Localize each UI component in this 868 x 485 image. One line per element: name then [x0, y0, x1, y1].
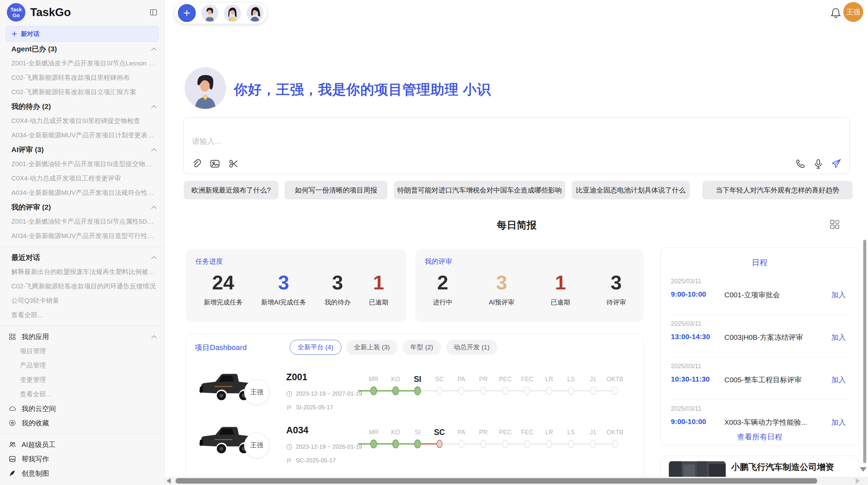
list-item[interactable]: C02-飞腾新能源轻客改款项目里程碑画布	[0, 71, 164, 85]
divider	[670, 357, 850, 358]
sidebar-item-help-me-write[interactable]: 帮我写作	[0, 452, 164, 466]
horizontal-scrollbar-thumb[interactable]	[176, 478, 817, 484]
add-agent-button[interactable]	[178, 4, 196, 22]
suggestion-chip[interactable]: 特朗普可能对进口汽车增税会对中国车企造成哪些影响	[394, 181, 565, 199]
sidebar-item-my-apps[interactable]: 我的应用	[0, 329, 164, 344]
list-item[interactable]: C0X4-动力总成开发项目工程变更评审	[0, 171, 164, 186]
project-name[interactable]: A034	[286, 425, 309, 436]
tab-model-year[interactable]: 年型 (2)	[402, 340, 441, 355]
send-icon[interactable]	[831, 159, 841, 169]
join-meeting-link[interactable]: 加入	[831, 418, 846, 427]
phone-call-icon[interactable]	[795, 159, 806, 169]
project-dates: 2023-12-19 ~ 2027-01-19	[286, 390, 362, 397]
stat-new-done-tasks: 24 新增完成任务	[204, 271, 243, 307]
agent-avatar[interactable]	[224, 4, 241, 22]
milestone: FEC	[516, 373, 538, 396]
image-upload-icon[interactable]	[210, 159, 220, 169]
milestone-dot	[524, 387, 530, 395]
suggestion-chip[interactable]: 如何写一份清晰的项目周报	[285, 181, 387, 199]
section-ai-review[interactable]: AI评审 (3)	[0, 142, 164, 157]
milestone-dot	[480, 440, 486, 448]
sidebar-item-project-mgmt[interactable]: 项目管理	[0, 344, 164, 358]
milestone-dot	[436, 440, 443, 448]
collapse-sidebar-icon[interactable]	[150, 9, 157, 16]
project-dashboard-card	[186, 334, 644, 485]
scroll-down-arrow[interactable]	[860, 467, 867, 472]
suggestion-chip[interactable]: 欧洲新规最近颁布了什么?	[184, 181, 278, 199]
cloud-icon	[9, 405, 16, 412]
milestone-label: J1	[590, 426, 596, 438]
section-my-review[interactable]: 我的评审 (2)	[0, 200, 164, 214]
milestone-dot	[370, 439, 377, 448]
project-date-range: 2023-12-19 ~ 2026-01-19	[296, 444, 362, 450]
stat-ai-prereview: 3 AI预评审	[489, 271, 515, 307]
list-item[interactable]: C0X4-动力总成开发项目SI里程碑提交物检查	[0, 114, 164, 128]
project-name[interactable]: Z001	[286, 372, 308, 383]
list-item[interactable]: A034-全新新能源MUV产品开发项目法规符合性评审	[0, 186, 164, 200]
notification-bell-icon[interactable]	[830, 7, 841, 19]
list-item[interactable]: C02-飞腾新能源轻客改款项目的闭环通告反馈情况	[0, 279, 164, 294]
view-all-schedule-link[interactable]: 查看所有日程	[661, 432, 859, 442]
suggestion-chip[interactable]: 比亚迪全固态电池计划具体说了什么	[572, 181, 690, 199]
logo-line2: Go	[13, 12, 20, 18]
new-chat-button[interactable]: 新对话	[5, 26, 159, 42]
sidebar-item-creative-drawing[interactable]: 创意制图	[0, 466, 164, 481]
list-item[interactable]: A034-全新新能源MUV产品开发项目造型可行性评审	[0, 229, 164, 243]
sidebar-item-ai-super-staff[interactable]: AI超级员工	[0, 437, 164, 452]
sidebar-item-product-mgmt[interactable]: 产品管理	[0, 358, 164, 373]
chevron-up-icon	[151, 148, 157, 151]
list-item[interactable]: C02-飞腾新能源轻客改款项目立项汇报方案	[0, 85, 164, 99]
agent-avatar[interactable]	[201, 4, 218, 22]
tab-new-body[interactable]: 全新上装 (3)	[346, 340, 398, 355]
event-time: 9:00-10:00	[671, 418, 706, 426]
sidebar: Task Go TaskGo 新对话 Agent已办 (3) Z001-全新燃油…	[0, 0, 165, 485]
section-my-todo[interactable]: 我的待办 (2)	[0, 99, 164, 114]
tab-new-platform[interactable]: 全新平台 (4)	[290, 340, 341, 355]
sidebar-item-cloud-space[interactable]: 我的云空间	[0, 401, 164, 416]
scroll-left-arrow[interactable]	[167, 478, 171, 484]
stat-overdue: 1 已逾期	[369, 271, 388, 307]
agent-avatar[interactable]	[246, 4, 264, 22]
stat-label: AI预评审	[489, 298, 515, 307]
view-all-apps[interactable]: 查看全部...	[0, 387, 164, 401]
sidebar-item-label: 我的云空间	[22, 404, 56, 413]
flag-icon	[286, 405, 292, 411]
daily-briefing-title: 每日简报	[183, 219, 850, 232]
project-flag: SI-2025-05-17	[286, 404, 333, 411]
join-meeting-link[interactable]: 加入	[831, 375, 846, 385]
user-avatar[interactable]: 王强	[843, 2, 863, 22]
milestone: OKTB	[604, 373, 626, 396]
list-item[interactable]: A034-全新新能源MUV产品开发项目计划变更表编写	[0, 128, 164, 142]
event-date: 2025/03/11	[671, 320, 701, 327]
section-recent-chats[interactable]: 最近对话	[0, 250, 164, 265]
sidebar-item-change-mgmt[interactable]: 变更管理	[0, 373, 164, 387]
sidebar-item-favorites[interactable]: 我的收藏	[0, 416, 164, 430]
attachment-icon[interactable]	[191, 159, 202, 169]
list-item[interactable]: Z001-全新燃油轻卡产品开发项目SI造型提交物评审	[0, 157, 164, 171]
microphone-icon[interactable]	[813, 159, 823, 169]
view-all-chats[interactable]: 查看全部...	[0, 308, 164, 322]
tab-powertrain[interactable]: 动总开发 (1)	[446, 340, 498, 355]
list-item[interactable]: 公司Q3轻卡销量	[0, 294, 164, 308]
milestone-dot	[436, 387, 443, 395]
milestone: LR	[538, 373, 560, 396]
suggestion-chip[interactable]: 当下年轻人对汽车外观有怎样的喜好趋势	[702, 181, 853, 199]
scroll-right-arrow[interactable]	[856, 478, 860, 484]
layout-grid-icon[interactable]	[830, 219, 840, 229]
project-flag: SC-2025-05-17	[286, 457, 336, 464]
chat-input[interactable]	[191, 137, 604, 146]
card-title: 我的评审	[425, 257, 452, 266]
card-title: 任务进度	[195, 257, 223, 266]
list-item[interactable]: 解释最新出台的欧盟报废车法规再生塑料比例被调至15%...	[0, 265, 164, 279]
milestone-label: LR	[545, 373, 553, 385]
join-meeting-link[interactable]: 加入	[831, 333, 846, 342]
section-agent-done[interactable]: Agent已办 (3)	[0, 42, 164, 56]
divider	[0, 326, 164, 326]
list-item[interactable]: Z001-全新燃油轻卡产品开发项目SI节点属性5D文件评审	[0, 214, 164, 229]
scissors-icon[interactable]	[228, 159, 239, 169]
event-time: 9:00-10:00	[671, 290, 706, 298]
section-title: 我的评审 (2)	[11, 202, 51, 212]
vertical-scrollbar-thumb[interactable]	[863, 240, 866, 463]
join-meeting-link[interactable]: 加入	[831, 290, 846, 300]
list-item[interactable]: Z001-全新燃油皮卡产品开发项目SI节点Lesson Learn报告	[0, 56, 164, 71]
